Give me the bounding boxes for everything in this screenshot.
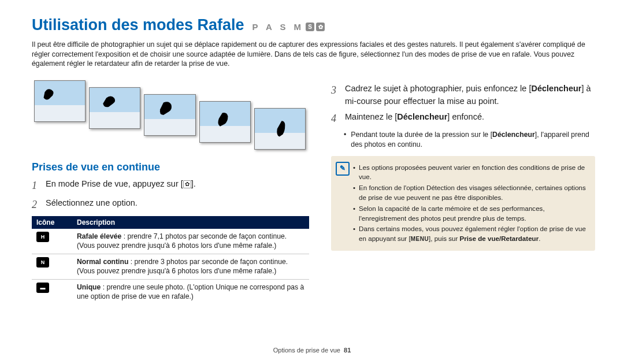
th-icon: Icône bbox=[32, 216, 72, 229]
step-text: En mode Prise de vue, appuyez sur [✿]. bbox=[46, 178, 196, 194]
thumb-5 bbox=[254, 108, 306, 150]
mode-letters: P A S M bbox=[252, 22, 304, 32]
left-column: Prises de vue en continue 1 En mode Pris… bbox=[32, 79, 309, 304]
note-item: Les options proposées peuvent varier en … bbox=[353, 163, 588, 183]
right-column: 3 Cadrez le sujet à photographier, puis … bbox=[331, 79, 595, 304]
intro-paragraph: Il peut être difficile de photographier … bbox=[32, 40, 595, 69]
page-title: Utilisation des modes Rafale P A S M S ✿ bbox=[32, 16, 595, 34]
table-row: N Normal continu : prendre 3 photos par … bbox=[32, 254, 309, 279]
thumb-1 bbox=[34, 80, 86, 122]
note-item: Selon la capacité de la carte mémoire et… bbox=[353, 204, 588, 224]
section-heading: Prises de vue en continue bbox=[32, 161, 309, 173]
step-number: 1 bbox=[32, 178, 40, 194]
step-text: Sélectionnez une option. bbox=[46, 197, 138, 213]
step-1: 1 En mode Prise de vue, appuyez sur [✿]. bbox=[32, 178, 309, 194]
menu-key: MENU bbox=[411, 236, 429, 242]
step-2: 2 Sélectionnez une option. bbox=[32, 197, 309, 213]
thumb-3 bbox=[144, 94, 195, 136]
timer-icon: ✿ bbox=[183, 180, 191, 188]
step-number: 3 bbox=[331, 83, 339, 108]
step-4: 4 Maintenez le [Déclencheur] enfoncé. bbox=[331, 111, 595, 127]
note-item: Dans certains modes, vous pouvez égaleme… bbox=[353, 224, 588, 244]
note-box: ✎ Les options proposées peuvent varier e… bbox=[331, 156, 595, 251]
page-footer: Options de prise de vue 81 bbox=[0, 347, 624, 354]
mode-badge-star: ✿ bbox=[316, 23, 325, 31]
title-text: Utilisation des modes Rafale bbox=[32, 16, 244, 34]
note-icon: ✎ bbox=[336, 162, 350, 176]
table-row: ▬ Unique : prendre une seule photo. (L'o… bbox=[32, 279, 309, 304]
mode-indicators: P A S M S ✿ bbox=[252, 22, 325, 32]
burst-normal-icon: N bbox=[36, 257, 49, 268]
mode-badge-s: S bbox=[306, 23, 314, 31]
burst-single-icon: ▬ bbox=[36, 283, 49, 293]
step-text: Maintenez le [Déclencheur] enfoncé. bbox=[345, 111, 484, 127]
note-item: En fonction de l'option Détection des vi… bbox=[353, 183, 588, 203]
step-3: 3 Cadrez le sujet à photographier, puis … bbox=[331, 83, 595, 108]
burst-high-icon: H bbox=[36, 232, 49, 242]
table-row: H Rafale élevée : prendre 7,1 photos par… bbox=[32, 229, 309, 254]
step-number: 2 bbox=[32, 197, 40, 213]
step-number: 4 bbox=[331, 111, 339, 127]
step-text: Cadrez le sujet à photographier, puis en… bbox=[345, 83, 595, 108]
bullet-text: Pendant toute la durée de la pression su… bbox=[351, 130, 595, 150]
options-table: Icône Description H Rafale élevée : pren… bbox=[32, 216, 309, 304]
burst-thumbnails bbox=[34, 80, 309, 150]
thumb-4 bbox=[199, 101, 251, 143]
th-desc: Description bbox=[72, 216, 309, 229]
thumb-2 bbox=[89, 87, 140, 129]
step-4-bullet: Pendant toute la durée de la pression su… bbox=[344, 130, 595, 150]
